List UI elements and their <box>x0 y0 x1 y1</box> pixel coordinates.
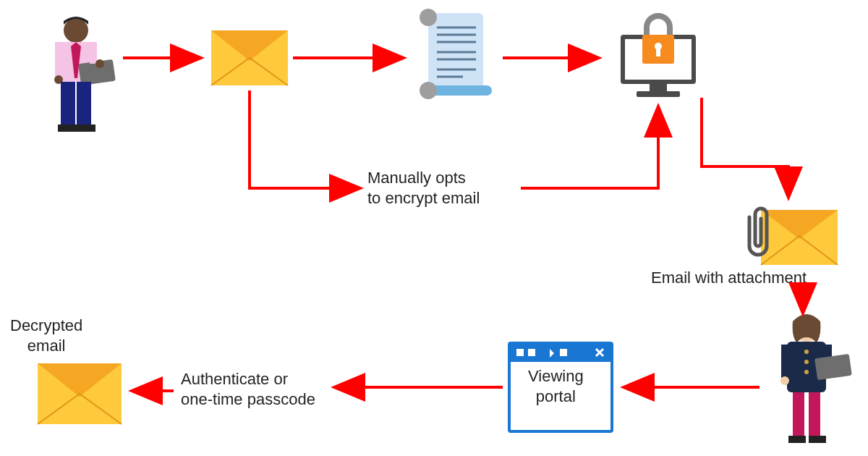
authenticate-label: Authenticate or one-time passcode <box>181 369 315 409</box>
svg-rect-50 <box>516 349 524 356</box>
svg-rect-53 <box>560 349 567 356</box>
decrypted-email-icon <box>36 362 123 430</box>
svg-rect-47 <box>809 436 826 443</box>
svg-rect-4 <box>55 42 62 77</box>
svg-point-36 <box>804 350 809 354</box>
svg-point-38 <box>804 370 809 374</box>
svg-rect-11 <box>77 124 95 132</box>
svg-rect-8 <box>61 82 75 125</box>
svg-rect-27 <box>650 84 667 91</box>
encryption-service-icon <box>608 7 709 106</box>
sender-person-icon <box>36 14 116 142</box>
svg-rect-5 <box>90 42 97 64</box>
svg-point-0 <box>64 18 88 43</box>
svg-point-37 <box>804 360 809 364</box>
svg-rect-51 <box>528 349 535 356</box>
svg-point-41 <box>780 376 789 385</box>
svg-rect-46 <box>788 436 806 443</box>
svg-point-17 <box>420 82 437 99</box>
recipient-person-icon <box>767 311 854 456</box>
email-attachment-label: Email with attachment <box>651 268 807 288</box>
svg-rect-45 <box>809 392 820 437</box>
transport-rule-scroll-icon <box>412 7 499 106</box>
svg-point-15 <box>420 9 437 26</box>
svg-rect-28 <box>637 91 680 97</box>
manual-opt-label: Manually opts to encrypt email <box>367 168 480 208</box>
svg-rect-10 <box>58 124 77 132</box>
email-attachment-icon <box>745 203 839 272</box>
svg-rect-31 <box>656 48 660 56</box>
svg-rect-44 <box>793 392 804 437</box>
svg-rect-16 <box>428 85 492 96</box>
svg-rect-9 <box>77 82 91 125</box>
email-icon <box>210 29 289 91</box>
viewing-portal-label: Viewing portal <box>528 366 584 406</box>
decrypted-label: Decrypted email <box>10 316 82 355</box>
svg-point-7 <box>95 59 104 68</box>
svg-rect-39 <box>781 345 788 378</box>
